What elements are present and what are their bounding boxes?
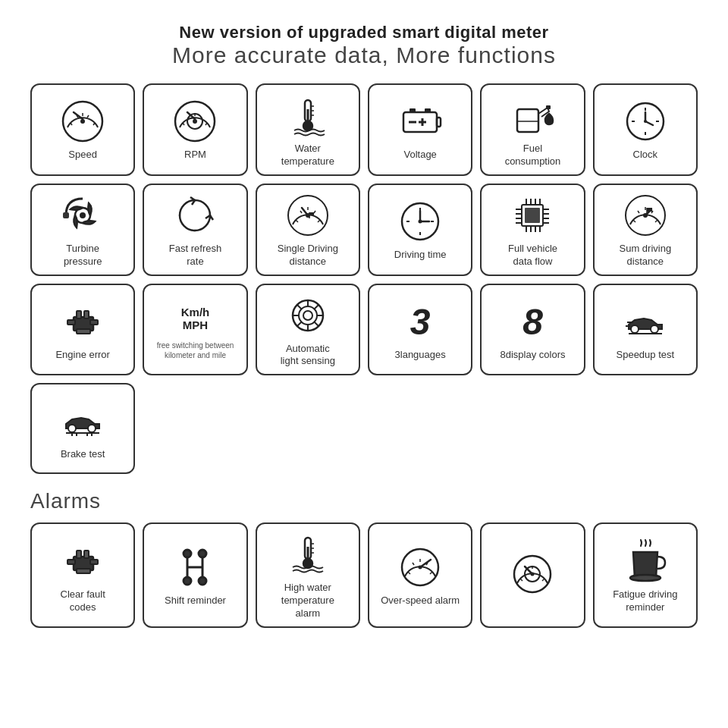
svg-rect-118 — [77, 551, 81, 558]
chip-icon — [510, 193, 555, 238]
feature-speedup: Speedup test — [593, 284, 698, 376]
alarms-title: Alarms — [30, 489, 698, 513]
three-icon: 3 — [397, 299, 443, 344]
feature-sum-dist: Sum drivingdistance — [593, 184, 698, 276]
refresh-label: Fast refreshrate — [169, 243, 221, 268]
brake-label: Brake test — [61, 448, 105, 461]
svg-point-59 — [419, 220, 422, 224]
svg-point-150 — [531, 572, 535, 576]
feature-data-flow: Full vehicledata flow — [480, 184, 585, 276]
svg-point-40 — [80, 212, 86, 218]
svg-rect-29 — [546, 105, 551, 109]
overspeed-icon — [397, 544, 443, 590]
feature-3lang: 3 3languages — [368, 284, 472, 376]
feature-turbine: Turbinepressure — [30, 184, 135, 276]
features-row1: Speed RPM — [30, 83, 698, 176]
svg-line-79 — [633, 220, 635, 222]
engine-label: Engine error — [55, 349, 110, 362]
eight-icon: 8 — [510, 299, 555, 344]
feature-driving-time: Driving time — [368, 184, 472, 276]
water-high-label: High watertemperaturealarm — [281, 582, 334, 620]
svg-point-96 — [303, 311, 312, 320]
svg-rect-119 — [84, 551, 89, 558]
fault-icon — [60, 538, 105, 584]
rpm-label: RPM — [184, 149, 206, 162]
water-temp-label: Watertemperature — [281, 143, 334, 168]
header-sub: More accurate data, More functions — [30, 42, 698, 68]
svg-line-43 — [296, 220, 298, 222]
fuel-label: Fuelconsumption — [505, 143, 561, 168]
clock-label: Clock — [633, 149, 658, 162]
fatigue-label: Fatigue drivingreminder — [613, 588, 677, 614]
feature-clock: Clock — [593, 83, 698, 176]
feature-water-temp: Watertemperature — [256, 83, 360, 176]
alarm-rpm — [480, 522, 585, 628]
svg-point-110 — [68, 425, 76, 432]
engine-icon — [60, 299, 105, 344]
eight-number: 8 — [522, 301, 543, 343]
data-flow-label: Full vehicledata flow — [508, 243, 557, 268]
rpm-alarm-icon — [510, 551, 555, 597]
alarm-fault: Clear faultcodes — [30, 522, 135, 628]
svg-point-151 — [630, 575, 661, 581]
feature-speed: Speed — [30, 83, 135, 176]
rpm-icon — [172, 99, 218, 144]
svg-line-148 — [542, 579, 544, 581]
overspeed-label: Over-speed alarm — [381, 595, 460, 607]
svg-point-129 — [199, 577, 206, 585]
svg-point-87 — [643, 213, 648, 218]
voltage-label: Voltage — [403, 149, 436, 162]
svg-point-106 — [651, 325, 658, 333]
alarm-water: High watertemperaturealarm — [256, 522, 360, 628]
refresh-icon — [172, 193, 218, 238]
eight-label: 8display colors — [500, 349, 565, 362]
shift-icon — [172, 544, 218, 590]
svg-line-83 — [655, 220, 657, 222]
svg-line-141 — [430, 572, 432, 574]
brake-icon — [60, 398, 105, 444]
svg-rect-120 — [67, 560, 75, 564]
sum-dist-icon — [623, 193, 668, 238]
svg-line-104 — [297, 322, 302, 326]
features-row2: Turbinepressure Fast refreshrate — [30, 184, 698, 276]
svg-line-12 — [183, 123, 184, 125]
speedup-icon — [623, 299, 668, 344]
svg-point-127 — [199, 550, 206, 557]
svg-rect-91 — [67, 320, 75, 325]
svg-rect-41 — [63, 212, 69, 218]
svg-rect-26 — [410, 108, 416, 113]
three-number: 3 — [410, 301, 431, 343]
speed-label: Speed — [68, 149, 97, 162]
driving-time-label: Driving time — [394, 249, 447, 262]
svg-line-137 — [408, 572, 410, 574]
feature-single-dist: Single Drivingdistance — [256, 184, 360, 276]
speedup-label: Speedup test — [617, 349, 675, 362]
svg-rect-89 — [77, 311, 81, 318]
svg-rect-93 — [77, 329, 90, 334]
clock-icon — [623, 99, 668, 144]
svg-point-51 — [306, 213, 310, 218]
water-temp-icon — [285, 93, 331, 138]
svg-line-80 — [638, 211, 639, 213]
header: New version of upgraded smart digital me… — [30, 23, 698, 68]
feature-brake: Brake test — [30, 383, 135, 474]
single-dist-icon — [285, 193, 331, 238]
single-dist-label: Single Drivingdistance — [278, 243, 338, 268]
feature-light: Automaticlight sensing — [256, 284, 360, 376]
svg-point-126 — [184, 550, 191, 557]
header-title: New version of upgraded smart digital me… — [30, 23, 698, 42]
svg-line-3 — [71, 123, 72, 125]
shift-label: Shift reminder — [165, 595, 226, 607]
turbine-label: Turbinepressure — [64, 243, 102, 268]
feature-rpm: RPM — [143, 83, 247, 176]
light-label: Automaticlight sensing — [281, 343, 335, 369]
driving-time-icon — [397, 199, 443, 244]
svg-rect-92 — [90, 320, 98, 325]
feature-refresh: Fast refreshrate — [143, 184, 247, 276]
svg-line-146 — [520, 579, 522, 581]
svg-point-105 — [631, 325, 639, 333]
alarm-shift: Shift reminder — [143, 522, 247, 628]
three-label: 3languages — [395, 349, 446, 362]
svg-rect-122 — [77, 569, 90, 573]
svg-point-128 — [184, 577, 191, 585]
